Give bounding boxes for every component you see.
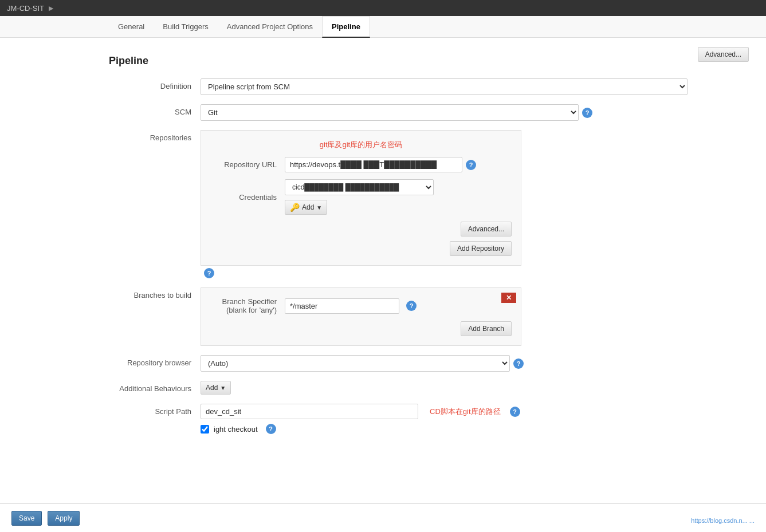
breadcrumb-arrow: ▶ — [49, 5, 53, 12]
main-content: Advanced... Pipeline Definition Pipeline… — [0, 38, 766, 530]
lightweight-checkbox[interactable] — [201, 425, 209, 434]
script-path-control: dev_cd_sit CD脚本在git库的路径 ? ight checkout … — [201, 404, 749, 434]
repo-advanced-button[interactable]: Advanced... — [461, 222, 512, 237]
repo-url-row: Repository URL https://devops.t████ ███T… — [210, 157, 512, 172]
delete-branch-button[interactable]: ✕ — [501, 293, 516, 303]
branches-control: ✕ Branch Specifier (blank for 'any') */m… — [201, 287, 749, 346]
branches-label: Branches to build — [109, 287, 201, 300]
repositories-row: Repositories git库及git库的用户名密码 Repository … — [109, 130, 749, 278]
lightweight-row: ight checkout ? — [201, 424, 749, 434]
top-bar: JM-CD-SIT ▶ — [0, 0, 766, 16]
lightweight-help-icon[interactable]: ? — [266, 424, 276, 434]
behaviours-arrow: ▼ — [220, 385, 226, 391]
save-button[interactable]: Save — [11, 511, 42, 526]
scm-label: SCM — [109, 104, 201, 116]
branches-row: Branches to build ✕ Branch Specifier (bl… — [109, 287, 749, 346]
script-path-row: Script Path dev_cd_sit CD脚本在git库的路径 ? ig… — [109, 404, 749, 434]
script-path-input[interactable]: dev_cd_sit — [201, 404, 418, 419]
credentials-label: Credentials — [210, 193, 285, 202]
credentials-select[interactable]: cicd████████ ███████████ — [285, 179, 434, 195]
additional-behaviours-row: Additional Behaviours Add ▼ — [109, 381, 749, 395]
additional-behaviours-control: Add ▼ — [201, 381, 749, 395]
tabs-container: General Build Triggers Advanced Project … — [0, 16, 766, 38]
repo-browser-control: (Auto) ? — [201, 355, 749, 372]
tab-advanced-project-options[interactable]: Advanced Project Options — [218, 17, 322, 38]
credentials-control: cicd████████ ███████████ 🔑 Add ▼ — [285, 179, 512, 215]
credentials-add-label: Add — [302, 203, 314, 211]
footer-bar: Save Apply — [0, 503, 766, 530]
script-path-help-icon[interactable]: ? — [510, 407, 520, 417]
additional-behaviours-label: Additional Behaviours — [109, 381, 201, 393]
pipeline-section-title: Pipeline — [109, 55, 749, 67]
repositories-box: git库及git库的用户名密码 Repository URL https://d… — [201, 130, 521, 266]
apply-button[interactable]: Apply — [48, 511, 80, 526]
branch-specifier-row: Branch Specifier (blank for 'any') */mas… — [210, 297, 512, 314]
scm-control: Git ? — [201, 104, 749, 121]
advanced-top-button[interactable]: Advanced... — [698, 47, 749, 62]
credentials-add-arrow: ▼ — [316, 204, 322, 211]
repo-url-label: Repository URL — [210, 160, 285, 169]
advanced-top-section: Advanced... — [698, 47, 749, 62]
repo-browser-select[interactable]: (Auto) — [201, 355, 510, 372]
repositories-label: Repositories — [109, 130, 201, 142]
tab-general[interactable]: General — [109, 17, 154, 38]
repo-url-control: https://devops.t████ ███T██████████ ? — [285, 157, 512, 172]
branches-box: ✕ Branch Specifier (blank for 'any') */m… — [201, 287, 521, 346]
bottom-link[interactable]: https://blog.csdn.n... ... — [691, 517, 755, 524]
delete-branch-section: ✕ — [501, 293, 516, 303]
repo-annotation: git库及git库的用户名密码 — [210, 140, 512, 150]
branch-specifier-label: Branch Specifier (blank for 'any') — [210, 297, 285, 314]
add-repository-button[interactable]: Add Repository — [450, 241, 512, 256]
branch-specifier-control: */master ? — [285, 298, 512, 314]
additional-behaviours-add-button[interactable]: Add ▼ — [201, 381, 231, 395]
definition-select[interactable]: Pipeline script from SCM — [201, 78, 688, 95]
script-path-label: Script Path — [109, 404, 201, 416]
credentials-row: Credentials cicd████████ ███████████ 🔑 A… — [210, 179, 512, 215]
branch-specifier-input[interactable]: */master — [285, 298, 399, 314]
repo-url-input[interactable]: https://devops.t████ ███T██████████ — [285, 157, 462, 172]
repositories-control: git库及git库的用户名密码 Repository URL https://d… — [201, 130, 749, 278]
repo-browser-row: Repository browser (Auto) ? — [109, 355, 749, 372]
key-icon: 🔑 — [290, 203, 300, 212]
repo-browser-label: Repository browser — [109, 355, 201, 367]
branch-specifier-help-icon[interactable]: ? — [406, 301, 417, 311]
tab-pipeline[interactable]: Pipeline — [322, 16, 370, 38]
credentials-add-button[interactable]: 🔑 Add ▼ — [285, 200, 327, 215]
definition-label: Definition — [109, 78, 201, 90]
script-path-annotation: CD脚本在git库的路径 — [430, 407, 501, 417]
additional-behaviours-add-label: Add — [206, 384, 218, 392]
definition-row: Definition Pipeline script from SCM — [109, 78, 749, 95]
add-branch-button[interactable]: Add Branch — [461, 321, 512, 336]
repo-browser-help-icon[interactable]: ? — [513, 358, 524, 369]
scm-help-icon[interactable]: ? — [582, 108, 592, 118]
repo-url-help-icon[interactable]: ? — [466, 160, 476, 170]
tab-build-triggers[interactable]: Build Triggers — [154, 17, 217, 38]
definition-control: Pipeline script from SCM — [201, 78, 749, 95]
scm-row: SCM Git ? — [109, 104, 749, 121]
lightweight-label: ight checkout — [214, 425, 258, 434]
repositories-help-icon[interactable]: ? — [204, 268, 214, 278]
scm-select[interactable]: Git — [201, 104, 579, 121]
project-name[interactable]: JM-CD-SIT — [7, 4, 44, 13]
script-path-input-row: dev_cd_sit CD脚本在git库的路径 ? — [201, 404, 749, 419]
